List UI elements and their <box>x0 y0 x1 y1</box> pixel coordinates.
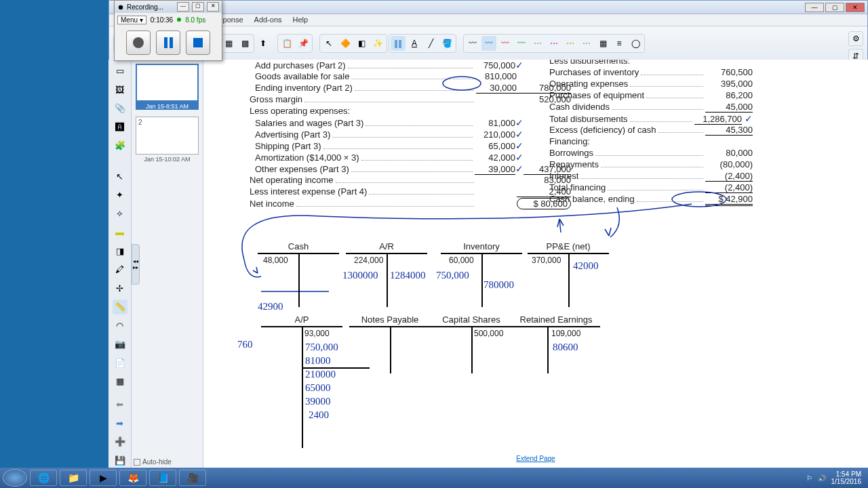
pen-d2-icon[interactable]: ⋯ <box>547 36 561 51</box>
tray-clock[interactable]: 1:54 PM1/15/2016 <box>831 470 862 485</box>
pen-d1-icon[interactable]: ⋯ <box>530 36 545 51</box>
paste-icon[interactable]: 📋 <box>279 36 294 51</box>
back-arrow-icon[interactable]: ⬅ <box>113 397 127 412</box>
grid-icon[interactable]: ▩ <box>237 36 252 51</box>
crayon-icon[interactable]: 🖍 <box>113 262 127 277</box>
menu-addons[interactable]: Add-ons <box>249 14 288 26</box>
wand2-icon[interactable]: ✧ <box>113 206 127 221</box>
hw-ap-partial: 760 <box>237 339 253 350</box>
page-canvas[interactable]: Add purchases (Part 2)750,000✓ Goods ava… <box>203 60 868 468</box>
maximize-button[interactable]: ▢ <box>825 3 844 12</box>
thumbnail-2[interactable]: 2 <box>136 117 199 155</box>
taskbar-notebook[interactable]: 📘 <box>149 470 176 486</box>
income-statement: Add purchases (Part 2)750,000✓ Goods ava… <box>245 60 571 209</box>
protractor-icon[interactable]: ◠ <box>113 319 127 333</box>
hw-re: 80600 <box>553 342 578 353</box>
menu-bar: Response Add-ons Help <box>109 14 867 26</box>
highlighter-icon[interactable]: ▬ <box>113 225 127 240</box>
forward-arrow-icon[interactable]: ➡ <box>113 415 127 430</box>
pen-black-icon[interactable]: 〰 <box>465 36 480 51</box>
minimize-button[interactable]: — <box>805 3 824 12</box>
recording-window[interactable]: ⏺ Recording... — ▢ ✕ Menu ▾ 0:10:36 8.0 … <box>114 0 222 61</box>
attach-tab-icon[interactable]: 📎 <box>113 101 127 116</box>
hw-cash-end: 42900 <box>258 301 283 312</box>
taskbar-recorder[interactable]: 🎥 <box>179 470 206 486</box>
pointer-tool-icon[interactable]: ↖ <box>113 169 127 184</box>
props-tab-icon[interactable]: 🅰 <box>113 120 127 135</box>
add-page-icon[interactable]: ➕ <box>113 434 127 449</box>
rec-menu-button[interactable]: Menu ▾ <box>117 16 146 24</box>
pen-d3-icon[interactable]: ⋯ <box>563 36 578 51</box>
pin-icon[interactable]: 📌 <box>296 36 311 51</box>
text-icon[interactable]: A <box>407 36 422 51</box>
autohide-checkbox[interactable]: Auto-hide <box>132 456 174 468</box>
hw-ar-credit: 1284000 <box>390 270 426 281</box>
rec-stop-button[interactable] <box>186 30 210 55</box>
panel-toggle[interactable]: ◂◂▸▸ <box>132 244 140 285</box>
rec-close-button[interactable]: ✕ <box>207 2 219 12</box>
pen-red-icon[interactable]: 〰 <box>498 36 513 51</box>
save-icon[interactable]: 💾 <box>113 453 127 468</box>
taskbar-ie[interactable]: 🌐 <box>30 470 57 486</box>
pens-icon[interactable]: ‖‖ <box>391 36 406 51</box>
pen-d4-icon[interactable]: ⋯ <box>579 36 594 51</box>
addons-tab-icon[interactable]: 🧩 <box>113 138 127 153</box>
t-account-notes-payable: Notes Payable <box>349 314 431 373</box>
hw-ap-5: 39000 <box>305 396 331 407</box>
ruler-icon[interactable]: 📏 <box>113 300 127 314</box>
doc-icon[interactable]: 📄 <box>113 356 127 371</box>
hw-ap-6: 2400 <box>309 409 329 421</box>
taskbar-firefox[interactable]: 🦊 <box>119 470 146 486</box>
thumbnail-1[interactable] <box>136 64 199 102</box>
rec-pause-button[interactable] <box>156 30 180 55</box>
shapes-icon[interactable]: 🔶 <box>338 36 353 51</box>
hw-ap-2: 81000 <box>305 355 331 367</box>
taskbar-explorer[interactable]: 📁 <box>60 470 87 486</box>
more-icon[interactable]: ◯ <box>628 36 643 51</box>
thumbnail-1-label: Jan 15-8:51 AM <box>136 102 199 110</box>
compass-icon[interactable]: ✢ <box>113 281 127 296</box>
bucket-icon[interactable]: 🪣 <box>439 36 454 51</box>
line-icon[interactable]: ╱ <box>423 36 438 51</box>
pages-tab-icon[interactable]: ▭ <box>113 64 127 79</box>
hw-inv-debit: 750,000 <box>436 270 469 281</box>
recording-title: Recording... <box>127 3 163 11</box>
t-account-capital-shares: Capital Shares 500,000 <box>431 314 512 373</box>
select-icon[interactable]: ↖ <box>321 36 336 51</box>
camera-icon[interactable]: 📷 <box>113 337 127 352</box>
tray-flag-icon[interactable]: ⚐ <box>806 474 812 482</box>
rec-record-button[interactable] <box>126 30 151 55</box>
magic-icon[interactable]: ✨ <box>370 36 385 51</box>
color-grid-icon[interactable]: ▦ <box>595 36 610 51</box>
pen-sel-icon[interactable]: 〰 <box>481 36 496 51</box>
system-tray[interactable]: ⚐ 🔊 1:54 PM1/15/2016 <box>806 470 866 485</box>
menu-help[interactable]: Help <box>288 14 314 26</box>
tray-volume-icon[interactable]: 🔊 <box>818 474 826 482</box>
rec-status-icon <box>177 18 181 22</box>
table-icon[interactable]: ▦ <box>221 36 236 51</box>
close-button[interactable]: ✕ <box>846 3 865 12</box>
hw-ar-debit: 1300000 <box>342 270 378 281</box>
recording-icon: ⏺ <box>117 3 124 11</box>
gallery-tab-icon[interactable]: 🖼 <box>113 83 127 98</box>
page-up-icon[interactable]: ⬆ <box>256 36 271 51</box>
rec-min-button[interactable]: — <box>177 2 189 12</box>
thumbnail-2-label: Jan 15-10:02 AM <box>136 155 199 163</box>
hw-inv-credit: 780000 <box>484 279 514 291</box>
extend-page-link[interactable]: Extend Page <box>516 455 555 462</box>
taskbar-media[interactable]: ▶ <box>90 470 117 486</box>
settings-icon[interactable]: ⚙ <box>848 31 863 46</box>
eraser-tool-icon[interactable]: ◨ <box>113 244 127 259</box>
hw-ap-1: 750,000 <box>305 342 338 353</box>
wand1-icon[interactable]: ✦ <box>113 188 127 203</box>
eraser-icon[interactable]: ◧ <box>354 36 369 51</box>
recording-title-bar[interactable]: ⏺ Recording... — ▢ ✕ <box>115 1 222 13</box>
rec-max-button[interactable]: ▢ <box>192 2 204 12</box>
rec-time: 0:10:36 <box>151 16 173 24</box>
grid2-icon[interactable]: ▦ <box>113 374 127 389</box>
pen-green-icon[interactable]: 〰 <box>514 36 529 51</box>
rec-fps: 8.0 fps <box>185 16 205 24</box>
line-weight-icon[interactable]: ≡ <box>612 36 627 51</box>
start-button[interactable] <box>3 469 27 487</box>
left-sidebar: ▭ 🖼 📎 🅰 🧩 ↖ ✦ ✧ ▬ ◨ 🖍 ✢ 📏 ◠ 📷 📄 ▦ ⬅ ➡ ➕ … <box>108 60 132 468</box>
